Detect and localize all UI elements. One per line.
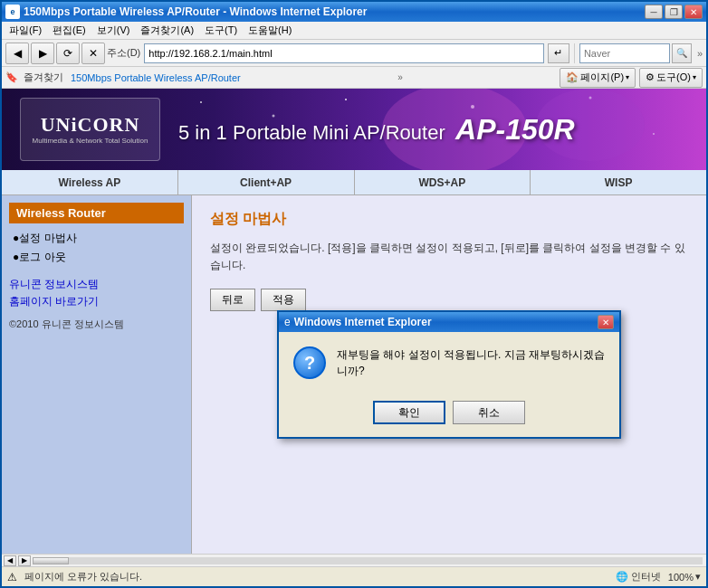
- nav-tabs: Wireless AP Client+AP WDS+AP WISP: [2, 170, 706, 195]
- status-bar: ⚠ 페이지에 오류가 있습니다. 🌐 인터넷 100% ▾: [2, 566, 706, 586]
- dialog-question-icon: ?: [293, 346, 326, 379]
- error-icon: ⚠: [7, 571, 17, 583]
- back-button[interactable]: ◀: [5, 43, 29, 64]
- logo: UNiCORN Multimedia & Network Total Solut…: [20, 98, 160, 161]
- tools-icon: ⚙: [646, 71, 655, 83]
- tools-label: 도구(O): [656, 71, 691, 84]
- dialog-overlay: e Windows Internet Explorer ✕ ? 재부팅을 해야 …: [192, 195, 706, 554]
- dialog-cancel-button[interactable]: 취소: [453, 401, 525, 424]
- browser-icon: e: [5, 5, 20, 19]
- main-area: Wireless Router ●설정 마법사 ●로그 아웃 유니콘 정보시스템…: [2, 195, 706, 554]
- scroll-left-button[interactable]: ◀: [4, 555, 16, 566]
- links-bar: 🔖 즐겨찾기 150Mbps Portable Wireless AP/Rout…: [2, 67, 706, 89]
- page-link[interactable]: 150Mbps Portable Wireless AP/Router: [71, 72, 241, 83]
- dialog-body: ? 재부팅을 해야 설정이 적용됩니다. 지금 재부팅하시겠습니까?: [279, 332, 619, 394]
- sidebar-title: Wireless Router: [9, 203, 184, 223]
- toolbar-overflow[interactable]: »: [397, 72, 403, 82]
- status-text: 페이지에 오류가 있습니다.: [24, 570, 608, 583]
- tab-wds-ap[interactable]: WDS+AP: [355, 170, 531, 194]
- tab-client-ap[interactable]: Client+AP: [178, 170, 355, 194]
- dialog-title-left: e Windows Internet Explorer: [284, 316, 432, 328]
- search-input[interactable]: [579, 43, 670, 63]
- menu-favorites[interactable]: 즐겨찾기(A): [135, 22, 199, 39]
- sidebar-link-setup[interactable]: ●설정 마법사: [9, 229, 184, 248]
- dialog: e Windows Internet Explorer ✕ ? 재부팅을 해야 …: [277, 310, 621, 439]
- sidebar-company[interactable]: 유니콘 정보시스템홈페이지 바로가기: [9, 276, 184, 310]
- close-button[interactable]: ✕: [684, 5, 703, 19]
- sidebar-copyright: ©2010 유니콘 정보시스템: [9, 318, 184, 331]
- page: UNiCORN Multimedia & Network Total Solut…: [2, 89, 706, 566]
- header-title: 5 in 1 Portable Mini AP/Router AP-150R: [178, 113, 575, 147]
- dialog-title-text: Windows Internet Explorer: [294, 316, 432, 328]
- search-button[interactable]: 🔍: [672, 43, 692, 63]
- browser-content: UNiCORN Multimedia & Network Total Solut…: [2, 89, 706, 566]
- menu-bar: 파일(F) 편집(E) 보기(V) 즐겨찾기(A) 도구(T) 도움말(H): [2, 22, 706, 40]
- page-button[interactable]: 🏠 페이지(P) ▾: [560, 68, 636, 88]
- header-title-model: AP-150R: [455, 113, 575, 146]
- minimize-button[interactable]: ─: [645, 5, 663, 19]
- links-text: 즐겨찾기: [24, 71, 63, 84]
- logo-text: UNiCORN: [41, 113, 140, 137]
- scroll-track[interactable]: [33, 557, 703, 564]
- dialog-close-button[interactable]: ✕: [598, 315, 614, 329]
- tab-wisp[interactable]: WISP: [531, 170, 706, 194]
- svg-point-7: [653, 133, 655, 135]
- menu-view[interactable]: 보기(V): [91, 22, 136, 39]
- status-right: 🌐 인터넷 100% ▾: [616, 570, 701, 583]
- go-button[interactable]: ↵: [548, 43, 569, 63]
- page-chevron: ▾: [626, 73, 629, 81]
- title-bar-controls: ─ ❐ ✕: [645, 5, 703, 19]
- zone-icon: 🌐: [616, 571, 628, 583]
- status-zoom[interactable]: 100% ▾: [668, 571, 701, 583]
- tools-chevron: ▾: [693, 73, 696, 81]
- dialog-confirm-button[interactable]: 확인: [373, 401, 445, 424]
- toolbar: ◀ ▶ ⟳ ✕ 주소(D) ↵ 🔍 »: [2, 40, 706, 67]
- svg-point-0: [200, 101, 202, 103]
- dialog-message: 재부팅을 해야 설정이 적용됩니다. 지금 재부팅하시겠습니까?: [337, 346, 605, 379]
- horizontal-scrollbar[interactable]: ◀ ▶: [2, 554, 706, 566]
- links-label: 🔖: [5, 71, 18, 83]
- zoom-text: 100%: [668, 572, 694, 583]
- title-bar: e 150Mbps Portable Wireless AP/Router - …: [2, 2, 706, 22]
- sidebar-link-logout[interactable]: ●로그 아웃: [9, 248, 184, 267]
- scroll-thumb[interactable]: [33, 557, 69, 564]
- address-bar: 주소(D) ↵: [107, 43, 569, 63]
- sidebar-section: 유니콘 정보시스템홈페이지 바로가기: [9, 276, 184, 310]
- stop-button[interactable]: ✕: [81, 43, 105, 64]
- dialog-footer: 확인 취소: [279, 394, 619, 437]
- menu-help[interactable]: 도움말(H): [243, 22, 297, 39]
- refresh-button[interactable]: ⟳: [56, 43, 80, 64]
- address-label: 주소(D): [107, 46, 140, 60]
- scroll-right-button[interactable]: ▶: [18, 555, 31, 566]
- window-title: 150Mbps Portable Wireless AP/Router - Wi…: [24, 5, 367, 18]
- sidebar: Wireless Router ●설정 마법사 ●로그 아웃 유니콘 정보시스템…: [2, 195, 192, 554]
- menu-edit[interactable]: 편집(E): [47, 22, 91, 39]
- page-icon: 🏠: [566, 71, 579, 83]
- content-area: 설정 마법사 설정이 완료되었습니다. [적용]을 클릭하면 설정이 적용되고,…: [192, 195, 706, 554]
- search-options[interactable]: »: [697, 48, 703, 59]
- sec-toolbar: 🏠 페이지(P) ▾ ⚙ 도구(O) ▾: [560, 68, 703, 88]
- svg-point-2: [345, 99, 347, 100]
- menu-file[interactable]: 파일(F): [4, 22, 47, 39]
- restore-button[interactable]: ❐: [665, 5, 683, 19]
- separator: [574, 43, 575, 63]
- dialog-title-bar: e Windows Internet Explorer ✕: [279, 312, 619, 332]
- browser-window: e 150Mbps Portable Wireless AP/Router - …: [0, 0, 708, 588]
- zone-text: 인터넷: [631, 570, 661, 583]
- title-bar-left: e 150Mbps Portable Wireless AP/Router - …: [5, 5, 367, 19]
- tab-wireless-ap[interactable]: Wireless AP: [2, 170, 178, 194]
- page-header: UNiCORN Multimedia & Network Total Solut…: [2, 89, 706, 170]
- tools-button[interactable]: ⚙ 도구(O) ▾: [639, 68, 703, 88]
- menu-tools[interactable]: 도구(T): [199, 22, 243, 39]
- forward-button[interactable]: ▶: [31, 43, 54, 64]
- header-title-prefix: 5 in 1 Portable Mini AP/Router: [178, 121, 445, 144]
- dialog-ie-icon: e: [284, 316, 291, 328]
- logo-subtitle: Multimedia & Network Total Solution: [33, 137, 148, 146]
- address-input[interactable]: [144, 43, 544, 63]
- page-label: 페이지(P): [580, 71, 624, 84]
- zoom-chevron: ▾: [695, 571, 701, 583]
- status-zone: 🌐 인터넷: [616, 570, 661, 583]
